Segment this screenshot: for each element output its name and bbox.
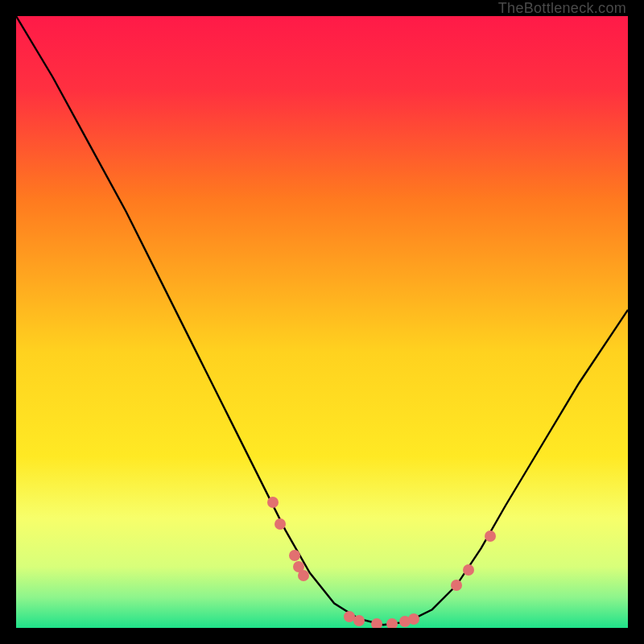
plot-area: [16, 16, 628, 628]
data-dot: [485, 530, 496, 542]
data-dot: [451, 580, 462, 591]
data-dot: [353, 615, 365, 626]
data-dot: [267, 497, 279, 508]
data-dot: [463, 564, 474, 576]
data-dot: [289, 550, 300, 561]
svg-rect-0: [16, 16, 628, 628]
data-dot: [298, 570, 309, 581]
gradient-background: [16, 16, 628, 628]
watermark-text: TheBottleneck.com: [498, 0, 626, 17]
data-dot: [275, 518, 286, 530]
data-dot: [408, 613, 419, 625]
data-dot: [386, 618, 398, 628]
data-dot: [371, 618, 382, 628]
